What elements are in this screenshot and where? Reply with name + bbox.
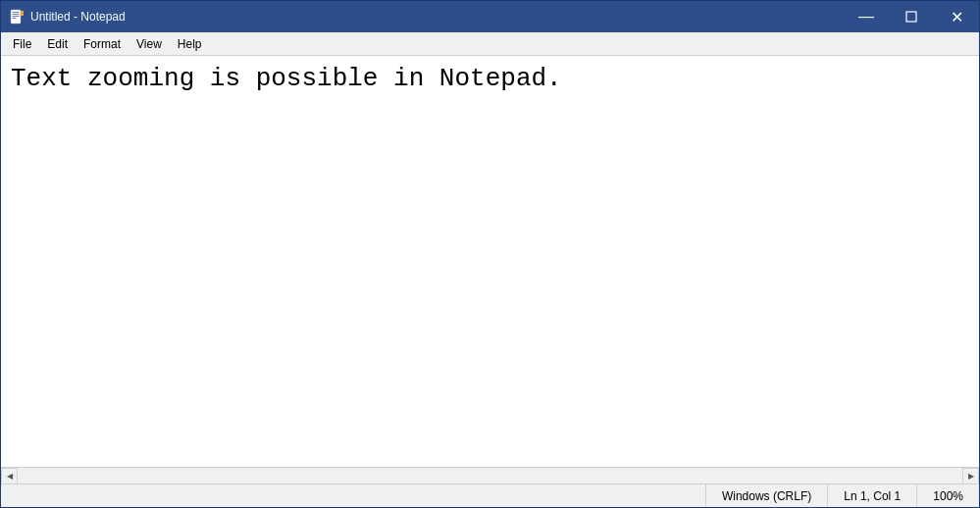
svg-rect-1 (13, 12, 20, 13)
horizontal-scrollbar: ◀ ▶ (1, 467, 979, 483)
title-bar-controls: — ✕ (844, 1, 979, 32)
svg-rect-2 (13, 14, 20, 15)
menu-format[interactable]: Format (76, 32, 129, 55)
text-editor[interactable] (1, 56, 979, 467)
zoom-status: 100% (916, 484, 979, 507)
scroll-right-arrow[interactable]: ▶ (962, 468, 979, 484)
svg-rect-5 (21, 11, 24, 16)
hscroll-track[interactable] (18, 468, 962, 484)
menu-edit[interactable]: Edit (39, 32, 76, 55)
cursor-position-status: Ln 1, Col 1 (827, 484, 916, 507)
menu-file[interactable]: File (5, 32, 39, 55)
app-icon (9, 9, 25, 25)
svg-rect-3 (13, 16, 20, 17)
svg-rect-4 (13, 18, 17, 19)
menu-view[interactable]: View (129, 32, 170, 55)
notepad-window: Untitled - Notepad — ✕ File Edit Format … (0, 0, 980, 508)
scroll-left-arrow[interactable]: ◀ (1, 468, 18, 484)
close-button[interactable]: ✕ (934, 1, 979, 32)
maximize-button[interactable] (889, 1, 934, 32)
maximize-icon (905, 11, 917, 23)
minimize-button[interactable]: — (844, 1, 889, 32)
menu-help[interactable]: Help (170, 32, 210, 55)
editor-container (1, 56, 979, 467)
menu-bar: File Edit Format View Help (1, 32, 979, 56)
status-bar: Windows (CRLF) Ln 1, Col 1 100% (1, 483, 979, 507)
window-title: Untitled - Notepad (30, 10, 126, 24)
svg-rect-6 (906, 12, 916, 22)
title-bar-left: Untitled - Notepad (9, 9, 126, 25)
line-ending-status: Windows (CRLF) (705, 484, 827, 507)
title-bar: Untitled - Notepad — ✕ (1, 1, 979, 32)
